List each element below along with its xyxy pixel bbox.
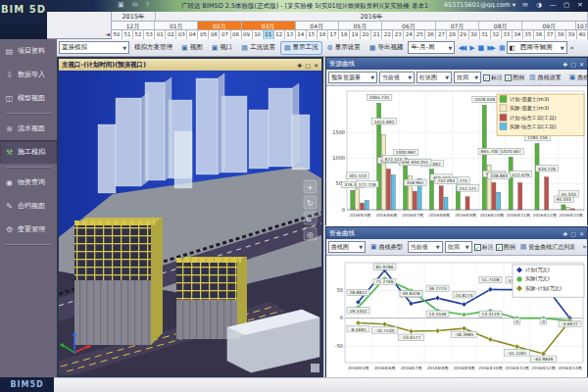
main-3d-viewport[interactable]: 主视口-(计划时间)(预演视口) ✚▢✕ xyxy=(57,57,323,377)
timeline-month[interactable]: 01月 xyxy=(155,22,198,29)
timeline-week-cell[interactable]: 38 xyxy=(556,30,566,39)
checkbox-图例[interactable]: ✓图例 xyxy=(496,243,515,252)
close-icon[interactable]: ✕ xyxy=(579,61,584,68)
theme-icon[interactable]: ◑ xyxy=(534,1,544,9)
timeline-week-cell[interactable]: 04 xyxy=(187,30,198,39)
frames-icon[interactable]: ▦ xyxy=(497,44,506,52)
button-曲线类型[interactable]: ▣曲线类型 xyxy=(368,240,406,254)
timeline-week-cell[interactable]: 27 xyxy=(436,30,447,39)
quickbar-icon-2[interactable]: ? xyxy=(146,1,150,9)
timeline-month[interactable]: 08月 xyxy=(479,22,522,29)
timeline-month[interactable]: 05月 xyxy=(339,22,382,29)
timeline-week-cell[interactable]: 33 xyxy=(502,30,513,39)
timeline-week-cell[interactable]: 10 xyxy=(253,30,264,39)
forward-icon[interactable]: ▶▶ xyxy=(485,44,496,52)
maximize-icon[interactable]: ▢ xyxy=(562,1,571,9)
timeline-month[interactable]: 07月 xyxy=(436,22,479,29)
timeline-week-cell[interactable]: 35 xyxy=(523,30,534,39)
restore-icon[interactable]: ▢ xyxy=(570,230,576,237)
3d-scene[interactable]: + ↻ ⌂ ◎ xyxy=(59,71,321,375)
quickbar-icon-1[interactable]: ✉ xyxy=(132,1,138,9)
timeline-week-cell[interactable]: 09 xyxy=(242,30,253,39)
timeline-month[interactable]: 03月 xyxy=(242,22,296,29)
sidebar-item-项目资料[interactable]: ▤项目资料 xyxy=(0,39,57,63)
button-工况设置[interactable]: ▤工况设置 xyxy=(237,41,279,55)
timeline-month[interactable]: 06月 xyxy=(382,22,436,29)
timeline-week-cell[interactable]: 14 xyxy=(296,30,307,39)
timeline-week-cell[interactable]: 25 xyxy=(415,30,425,39)
resize-corner[interactable] xyxy=(311,364,319,372)
timeline-week-cell[interactable]: 32 xyxy=(491,30,502,39)
timeline-week-cell[interactable]: 13 xyxy=(285,30,296,39)
dropdown-当前值[interactable]: 当前值▼ xyxy=(408,241,443,253)
timeline-week-cell[interactable]: 36 xyxy=(534,30,545,39)
overflow-chevron[interactable]: » xyxy=(568,44,576,52)
timeline-week-cell[interactable]: 11 xyxy=(264,30,274,39)
timeline-month[interactable]: 02月 xyxy=(198,22,241,29)
sidebar-item-合约视图[interactable]: ✎合约视图 xyxy=(0,194,57,218)
timeline-week-cell[interactable]: 19 xyxy=(350,30,361,39)
button-视图[interactable]: ▣视图 xyxy=(177,41,207,55)
stop-icon[interactable]: ■ xyxy=(476,44,485,52)
rewind-icon[interactable]: ◀◀ xyxy=(456,44,466,52)
sidebar-item-变更管理[interactable]: ⚙变更管理 xyxy=(0,218,57,241)
dropdown-直接模拟[interactable]: 直接模拟▼ xyxy=(59,41,129,54)
overflow-chevron[interactable]: » xyxy=(580,243,587,251)
dropdown-按周[interactable]: 按周▼ xyxy=(454,72,481,83)
timeline-week-cell[interactable]: 23 xyxy=(393,30,404,39)
timeline-week-cell[interactable]: 28 xyxy=(447,30,458,39)
timeline-month[interactable]: 12月 xyxy=(112,22,155,29)
sidebar-item-数据导入[interactable]: ⇩数据导入 xyxy=(0,63,57,86)
dropdown-西南等轴测[interactable]: ◧西南等轴测▼ xyxy=(507,41,567,54)
timeline-week-cell[interactable]: 02 xyxy=(166,30,176,39)
checkbox-标注[interactable]: ✓标注 xyxy=(483,74,503,82)
timeline-month[interactable]: 10月 xyxy=(576,22,588,29)
dropdown-柱状图[interactable]: 柱状图▼ xyxy=(416,72,452,83)
pin-icon[interactable]: ✚ xyxy=(563,61,567,68)
close-icon[interactable]: ✕ xyxy=(314,62,318,69)
button-资金曲线汇总列表[interactable]: ▤资金曲线汇总列表 xyxy=(517,240,579,254)
button-导出视频[interactable]: ▦导出视频 xyxy=(366,41,408,55)
timeline-week-cell[interactable]: 37 xyxy=(545,30,556,39)
timeline-scroll-left-icon[interactable]: ◄ xyxy=(105,30,110,37)
pin-icon[interactable]: ✚ xyxy=(563,230,567,237)
sidebar-item-物资查询[interactable]: ◉物资查询 xyxy=(0,171,57,194)
quickbar-icon-0[interactable]: ▣ xyxy=(118,1,124,9)
timeline-week-cell[interactable]: 06 xyxy=(209,30,220,39)
button-显示工况[interactable]: ▤显示工况 xyxy=(280,41,322,55)
play-icon[interactable]: ▶ xyxy=(467,44,474,52)
timeline-week-cell[interactable]: 31 xyxy=(480,30,491,39)
checkbox-标注[interactable]: ✓标注 xyxy=(474,243,494,252)
timeline-week-cell[interactable]: 30 xyxy=(469,30,480,39)
timeline-week-cell[interactable]: 22 xyxy=(382,30,393,39)
button-显示设置[interactable]: ⚙显示设置 xyxy=(323,41,365,55)
timeline-week-cell[interactable]: 05 xyxy=(198,30,209,39)
timeline-week-cell[interactable]: 29 xyxy=(459,30,469,39)
pin-icon[interactable]: ✚ xyxy=(297,62,302,69)
checkbox-图例[interactable]: ✓图例 xyxy=(505,74,524,82)
timeline-week-cell[interactable]: 15 xyxy=(307,30,318,39)
timeline-week-cell[interactable]: 34 xyxy=(513,30,523,39)
close-icon[interactable]: ✕ xyxy=(575,1,585,9)
timeline-week-cell[interactable]: 01 xyxy=(155,30,166,39)
timeline-week-cell[interactable]: 12 xyxy=(274,30,285,39)
button-曲线类型[interactable]: ▣曲线类型 xyxy=(566,71,587,84)
timeline-week-cell[interactable]: 50 xyxy=(112,30,122,39)
timeline-week-cell[interactable]: 26 xyxy=(425,30,436,39)
timeline-month[interactable]: 04月 xyxy=(296,22,339,29)
dropdown-预算资源量[interactable]: 预算资源量▼ xyxy=(328,72,377,83)
button-模拟方案管理[interactable]: 模拟方案管理 xyxy=(130,41,176,55)
timeline-week-cell[interactable]: 16 xyxy=(318,30,328,39)
restore-icon[interactable]: ▢ xyxy=(305,62,311,69)
timeline-week-cell[interactable]: 08 xyxy=(231,30,242,39)
close-icon[interactable]: ✕ xyxy=(579,230,584,237)
timeline-week-cell[interactable]: 18 xyxy=(339,30,350,39)
timeline-week-cell[interactable]: 53 xyxy=(144,30,155,39)
timeline-week-cell[interactable]: 39 xyxy=(566,30,577,39)
timeline-month[interactable]: 09月 xyxy=(522,22,576,29)
sidebar-item-模型视图[interactable]: ◫模型视图 xyxy=(0,86,57,110)
minimize-icon[interactable]: — xyxy=(548,1,558,9)
timeline-week-cell[interactable]: 40 xyxy=(577,30,588,39)
dropdown-当前值[interactable]: 当前值▼ xyxy=(379,72,415,83)
sidebar-item-施工模拟[interactable]: ⚒施工模拟 xyxy=(0,140,57,164)
